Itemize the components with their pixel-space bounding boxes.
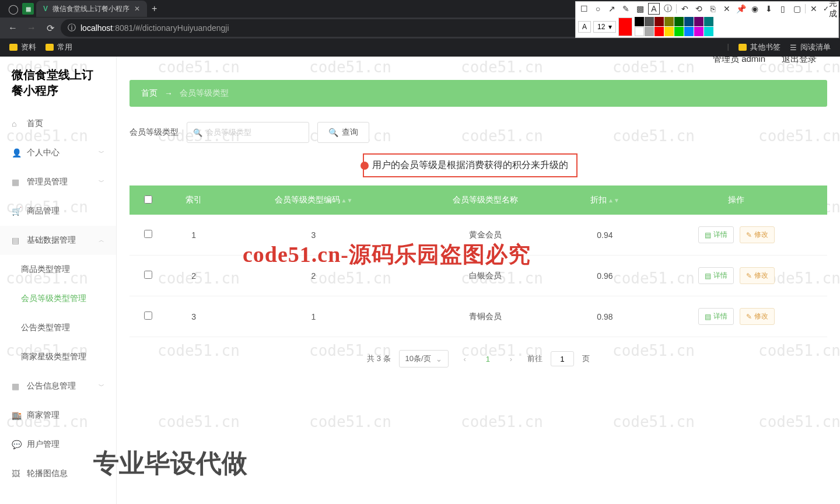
goto-prefix: 前往 <box>527 354 542 364</box>
cell-code: 1 <box>221 296 406 337</box>
list-icon: ☰ <box>790 43 797 52</box>
edit-icon: ✎ <box>746 231 752 239</box>
info-icon[interactable]: ⓘ <box>68 23 76 33</box>
info-tool-icon[interactable]: ⓘ <box>662 3 674 15</box>
search-input[interactable]: 🔍 会员等级类型 <box>187 122 309 143</box>
detail-button[interactable]: ▤详情 <box>698 267 734 284</box>
record-icon[interactable]: ◉ <box>749 3 761 15</box>
table-header-name[interactable]: 会员等级类型名称 <box>406 186 564 215</box>
row-checkbox[interactable] <box>144 230 152 238</box>
undo-icon[interactable]: ↶ <box>679 3 691 15</box>
sidebar-item-home[interactable]: ⌂首页 <box>0 109 116 138</box>
bookmark-folder-1[interactable]: 资料 <box>9 42 36 52</box>
detail-button[interactable]: ▤详情 <box>698 308 734 325</box>
grid-icon: ▦ <box>12 177 21 187</box>
sidebar-item-merchant[interactable]: 🏬商家管理 <box>0 401 116 430</box>
mosaic-tool-icon[interactable]: ▩ <box>634 3 646 15</box>
sidebar-sub-notice-type[interactable]: 公告类型管理 <box>0 313 116 342</box>
user-label: 管理员 admin <box>713 57 765 65</box>
table-header-index[interactable]: 索引 <box>167 186 221 215</box>
browser-tab[interactable]: V 微信食堂线上订餐小程序 ✕ <box>36 1 147 17</box>
cell-index: 1 <box>167 215 221 256</box>
new-tab-button[interactable]: + <box>152 4 157 14</box>
table-header-code[interactable]: 会员等级类型编码▲▼ <box>221 186 406 215</box>
copy-icon[interactable]: ⎘ <box>707 3 719 15</box>
reload-button[interactable]: ⟳ <box>42 20 58 36</box>
sidebar-sub-product-type[interactable]: 商品类型管理 <box>0 255 116 284</box>
line-tool-icon[interactable]: ↗ <box>606 3 618 15</box>
shuffle-icon[interactable]: ✕ <box>721 3 733 15</box>
breadcrumb: 首页 → 会员等级类型 <box>130 80 827 107</box>
tab-favicon-2[interactable]: ▦ <box>22 3 34 15</box>
cell-name: 青铜会员 <box>406 296 564 337</box>
goto-suffix: 页 <box>582 354 590 364</box>
tab-favicon-1[interactable]: ◯ <box>5 0 22 18</box>
sidebar-sub-member-level[interactable]: 会员等级类型管理 <box>0 284 116 313</box>
chevron-down-icon: ⌄ <box>436 355 442 363</box>
chat-icon: 💬 <box>12 440 21 449</box>
done-button[interactable]: ✓ 完成 <box>824 3 836 15</box>
download-icon[interactable]: ⬇ <box>763 3 775 15</box>
sidebar-item-product[interactable]: 🛒商品管理 <box>0 197 116 226</box>
search-icon: 🔍 <box>328 128 338 137</box>
cell-discount: 0.98 <box>564 296 645 337</box>
page-number[interactable]: 1 <box>481 352 495 366</box>
sidebar: 微信食堂线上订餐小程序 ⌂首页 👤个人中心﹀ ▦管理员管理﹀ 🛒商品管理 ▤基础… <box>0 57 117 504</box>
cell-discount: 0.94 <box>564 215 645 256</box>
per-page-select[interactable]: 10条/页⌄ <box>399 350 449 368</box>
logout-link[interactable]: 退出登录 <box>782 57 817 65</box>
breadcrumb-home[interactable]: 首页 <box>141 88 158 99</box>
row-checkbox[interactable] <box>144 271 152 279</box>
next-page-button[interactable]: › <box>503 351 519 367</box>
circle-tool-icon[interactable]: ○ <box>592 3 604 15</box>
annotation-callout: 用户的会员等级是根据消费获得的积分来升级的 <box>363 153 578 177</box>
color-current[interactable] <box>618 18 632 36</box>
color-palette[interactable] <box>635 17 713 36</box>
forward-button[interactable]: → <box>23 20 40 36</box>
arrow-icon: → <box>164 89 173 98</box>
edit-button[interactable]: ✎修改 <box>740 308 775 325</box>
search-icon: 🔍 <box>193 128 202 137</box>
close-tab-icon[interactable]: ✕ <box>134 5 140 13</box>
sidebar-item-basedata[interactable]: ▤基础数据管理︿ <box>0 226 116 255</box>
pin-icon[interactable]: 📌 <box>735 3 747 15</box>
goto-page-input[interactable] <box>551 351 574 366</box>
prev-page-button[interactable]: ‹ <box>457 351 473 367</box>
other-bookmarks[interactable]: 其他书签 <box>738 42 780 52</box>
sidebar-item-admin[interactable]: ▦管理员管理﹀ <box>0 167 116 197</box>
edit-button[interactable]: ✎修改 <box>740 226 775 243</box>
vue-icon: V <box>43 5 48 13</box>
row-checkbox[interactable] <box>144 312 152 320</box>
sidebar-item-profile[interactable]: 👤个人中心﹀ <box>0 138 116 167</box>
edit-button[interactable]: ✎修改 <box>740 267 775 284</box>
pen-tool-icon[interactable]: ✎ <box>620 3 632 15</box>
data-icon: ▤ <box>12 236 21 245</box>
text-tool-icon[interactable]: A <box>648 3 660 15</box>
overlay-red-text: code51.cn-源码乐园盗图必究 <box>243 240 531 270</box>
search-button[interactable]: 🔍 查询 <box>317 122 369 143</box>
folder-icon[interactable]: ▢ <box>791 3 803 15</box>
grid-icon: ▦ <box>12 382 21 391</box>
bookmark-folder-2[interactable]: 常用 <box>46 42 72 52</box>
font-selector[interactable]: A <box>578 21 591 33</box>
table-header-action: 操作 <box>646 186 827 215</box>
pagination: 共 3 条 10条/页⌄ ‹ 1 › 前往 页 <box>130 350 827 368</box>
total-count: 共 3 条 <box>367 354 390 364</box>
device-icon[interactable]: ▯ <box>777 3 789 15</box>
redo-icon[interactable]: ⟲ <box>693 3 705 15</box>
sidebar-item-notice[interactable]: ▦公告信息管理﹀ <box>0 372 116 401</box>
back-button[interactable]: ← <box>5 20 21 36</box>
sidebar-sub-merchant-star[interactable]: 商家星级类型管理 <box>0 342 116 372</box>
table-header-discount[interactable]: 折扣▲▼ <box>564 186 645 215</box>
detail-button[interactable]: ▤详情 <box>698 226 734 243</box>
reading-list[interactable]: ☰阅读清单 <box>790 42 831 52</box>
tab-title: 微信食堂线上订餐小程序 <box>52 4 130 14</box>
edit-icon: ✎ <box>746 272 752 280</box>
table-header-checkbox[interactable] <box>130 186 167 215</box>
edit-icon: ✎ <box>746 313 752 321</box>
font-size-selector[interactable]: 12 ▾ <box>593 21 616 33</box>
close-toolbar-icon[interactable]: ✕ <box>808 3 820 15</box>
rect-tool-icon[interactable]: ☐ <box>578 3 590 15</box>
table-row: 3 1 青铜会员 0.98 ▤详情 ✎修改 <box>130 296 827 337</box>
app-title: 微信食堂线上订餐小程序 <box>0 57 116 109</box>
